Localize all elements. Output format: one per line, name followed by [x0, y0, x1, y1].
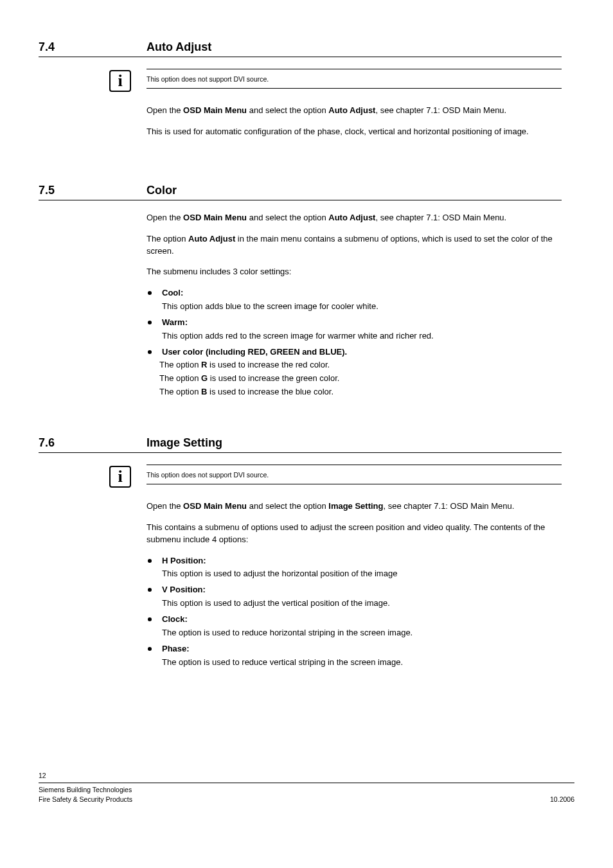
bold-text: Image Setting — [328, 501, 383, 511]
list-item-desc: This option is used to adjust the vertic… — [147, 598, 562, 610]
bold-text: OSD Main Menu — [183, 213, 247, 222]
text: Open the — [147, 501, 183, 511]
info-note-row: i This option does not support DVI sourc… — [109, 465, 562, 488]
list-item-desc: The option is used to reduce vertical st… — [147, 657, 562, 669]
paragraph: The submenu includes 3 color settings: — [147, 266, 562, 278]
section-heading-image-setting: 7.6 Image Setting — [39, 434, 562, 453]
text: is used to increase the blue color. — [207, 387, 333, 396]
page-footer: 12 Siemens Building Technologies Fire Sa… — [0, 771, 613, 816]
footer-row: Fire Safety & Security Products 10.2006 — [39, 795, 574, 804]
bold-text: G — [201, 373, 208, 383]
rgb-option: The option B is used to increase the blu… — [147, 386, 562, 398]
list-item-desc: This option adds red to the screen image… — [147, 330, 562, 342]
paragraph: This is used for automatic configuration… — [147, 126, 562, 138]
text: The option — [159, 373, 201, 383]
paragraph: The option Auto Adjust in the main menu … — [147, 233, 562, 258]
bold-text: Clock: — [162, 614, 188, 624]
list-item-desc: The option is used to reduce horizontal … — [147, 627, 562, 639]
text: is used to increase the red color. — [207, 360, 330, 369]
color-bullet-list: User color (including RED, GREEN and BLU… — [147, 346, 562, 359]
bold-text: Warm: — [162, 317, 188, 327]
bold-text: H Position: — [162, 556, 206, 565]
image-bullet-list: Phase: — [147, 643, 562, 655]
bold-text: OSD Main Menu — [183, 501, 247, 511]
list-item: Clock: — [147, 614, 562, 626]
text: Open the — [147, 213, 183, 222]
section-number: 7.5 — [39, 182, 147, 199]
text: , see chapter 7.1: OSD Main Menu. — [384, 501, 515, 511]
paragraph: Open the OSD Main Menu and select the op… — [147, 105, 562, 117]
text: and select the option — [247, 501, 328, 511]
rgb-option: The option R is used to increase the red… — [147, 359, 562, 371]
section-title: Image Setting — [147, 434, 222, 451]
color-bullet-list: Cool: — [147, 287, 562, 299]
list-item: H Position: — [147, 555, 562, 567]
rgb-option: The option G is used to increase the gre… — [147, 373, 562, 385]
text: , see chapter 7.1: OSD Main Menu. — [375, 105, 506, 115]
paragraph: Open the OSD Main Menu and select the op… — [147, 212, 562, 224]
bold-text: Auto Adjust — [188, 234, 235, 244]
paragraph: This contains a submenu of options used … — [147, 522, 562, 546]
text: The option — [159, 360, 201, 369]
image-bullet-list: Clock: — [147, 614, 562, 626]
footer-left: Fire Safety & Security Products — [39, 795, 132, 804]
image-setting-content: Open the OSD Main Menu and select the op… — [147, 500, 562, 668]
text: The option — [147, 234, 188, 244]
list-item: Cool: — [147, 287, 562, 299]
list-item: Warm: — [147, 317, 562, 329]
color-content: Open the OSD Main Menu and select the op… — [147, 212, 562, 398]
bold-text: User color (including RED, GREEN and BLU… — [162, 347, 347, 357]
page-number: 12 — [39, 771, 574, 783]
auto-adjust-content: Open the OSD Main Menu and select the op… — [147, 105, 562, 138]
info-note-text: This option does not support DVI source. — [147, 69, 562, 89]
list-item: User color (including RED, GREEN and BLU… — [147, 346, 562, 359]
bold-text: OSD Main Menu — [183, 105, 247, 115]
text: Open the — [147, 105, 183, 115]
bold-text: V Position: — [162, 585, 206, 594]
text: and select the option — [247, 105, 328, 115]
section-number: 7.4 — [39, 39, 147, 55]
info-icon: i — [109, 70, 131, 92]
text: The option — [159, 387, 201, 396]
image-bullet-list: V Position: — [147, 584, 562, 596]
section-heading-auto-adjust: 7.4 Auto Adjust — [39, 39, 562, 57]
bold-text: Phase: — [162, 644, 190, 653]
info-note-text: This option does not support DVI source. — [147, 465, 562, 484]
section-heading-color: 7.5 Color — [39, 182, 562, 200]
list-item-desc: This option adds blue to the screen imag… — [147, 301, 562, 313]
footer-line: Siemens Building Technologies — [39, 785, 574, 795]
info-note-row: i This option does not support DVI sourc… — [109, 69, 562, 92]
section-title: Auto Adjust — [147, 39, 211, 55]
section-title: Color — [147, 182, 177, 199]
image-bullet-list: H Position: — [147, 555, 562, 567]
text: and select the option — [247, 213, 328, 222]
section-number: 7.6 — [39, 434, 147, 451]
color-bullet-list: Warm: — [147, 317, 562, 329]
info-icon: i — [109, 466, 131, 488]
bold-text: Auto Adjust — [328, 213, 375, 222]
paragraph: Open the OSD Main Menu and select the op… — [147, 500, 562, 513]
bold-text: Cool: — [162, 288, 183, 297]
list-item: Phase: — [147, 643, 562, 655]
footer-right: 10.2006 — [550, 795, 574, 804]
text: is used to increase the green color. — [208, 373, 339, 383]
text: , see chapter 7.1: OSD Main Menu. — [375, 213, 506, 222]
bold-text: Auto Adjust — [328, 105, 375, 115]
list-item: V Position: — [147, 584, 562, 596]
list-item-desc: This option is used to adjust the horizo… — [147, 568, 562, 580]
